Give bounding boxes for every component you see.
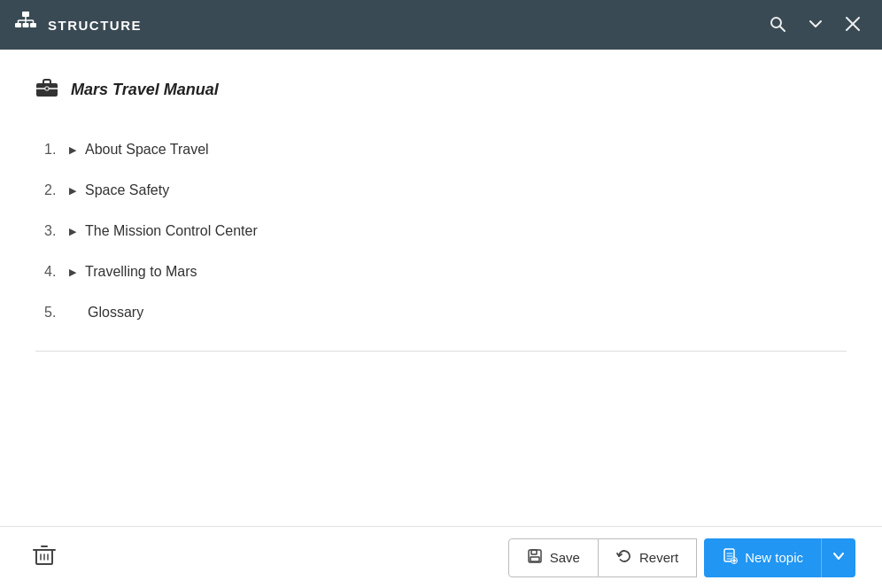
expand-arrow-icon: ▶: [69, 185, 76, 197]
close-button[interactable]: [838, 12, 868, 38]
topic-number: 2.: [44, 182, 69, 198]
list-item[interactable]: 5. Glossary: [44, 292, 847, 333]
new-topic-label: New topic: [745, 550, 803, 565]
new-topic-button[interactable]: New topic: [704, 538, 821, 577]
main-content: Mars Travel Manual 1. ▶ About Space Trav…: [0, 50, 882, 378]
new-topic-dropdown-button[interactable]: [821, 538, 855, 577]
header: STRUCTURE: [0, 0, 882, 50]
book-title: Mars Travel Manual: [71, 81, 219, 99]
svg-rect-0: [22, 12, 29, 17]
topic-list: 1. ▶ About Space Travel 2. ▶ Space Safet…: [35, 129, 847, 333]
list-item[interactable]: 1. ▶ About Space Travel: [44, 129, 847, 170]
save-button[interactable]: Save: [508, 538, 599, 577]
list-item[interactable]: 2. ▶ Space Safety: [44, 170, 847, 211]
list-item[interactable]: 3. ▶ The Mission Control Center: [44, 211, 847, 251]
topic-label: Travelling to Mars: [85, 264, 197, 280]
revert-icon: [616, 548, 632, 567]
new-topic-icon: [722, 548, 738, 567]
list-item[interactable]: 4. ▶ Travelling to Mars: [44, 251, 847, 292]
chevron-down-button[interactable]: [801, 12, 831, 38]
svg-rect-23: [530, 557, 539, 561]
header-actions: [762, 12, 868, 39]
topic-label: About Space Travel: [85, 142, 209, 158]
revert-button[interactable]: Revert: [599, 538, 697, 577]
divider: [35, 351, 847, 352]
svg-rect-14: [45, 87, 49, 90]
svg-line-9: [780, 26, 785, 31]
search-button[interactable]: [762, 12, 793, 39]
header-title: STRUCTURE: [48, 18, 142, 33]
header-left: STRUCTURE: [14, 11, 142, 39]
footer-right: Save Revert: [508, 538, 855, 577]
svg-rect-3: [30, 23, 36, 27]
topic-number: 5.: [44, 305, 69, 321]
svg-rect-22: [531, 550, 537, 554]
topic-label: Glossary: [88, 305, 143, 321]
book-title-row: Mars Travel Manual: [35, 76, 847, 103]
svg-rect-2: [23, 23, 29, 27]
revert-label: Revert: [639, 550, 678, 565]
expand-arrow-icon: ▶: [69, 267, 76, 278]
topic-number: 3.: [44, 223, 69, 239]
chevron-down-icon: [832, 550, 845, 565]
delete-button[interactable]: [27, 538, 62, 578]
topic-label: The Mission Control Center: [85, 223, 258, 239]
save-label: Save: [550, 550, 580, 565]
topic-label: Space Safety: [85, 182, 169, 198]
expand-arrow-icon: ▶: [69, 144, 76, 156]
svg-rect-1: [15, 23, 21, 27]
expand-arrow-icon: ▶: [69, 226, 76, 237]
topic-number: 1.: [44, 142, 69, 158]
topic-number: 4.: [44, 264, 69, 280]
footer: Save Revert: [0, 526, 882, 588]
book-icon: [35, 76, 58, 103]
save-icon: [527, 548, 543, 567]
structure-icon: [14, 11, 37, 39]
footer-left: [27, 538, 62, 578]
